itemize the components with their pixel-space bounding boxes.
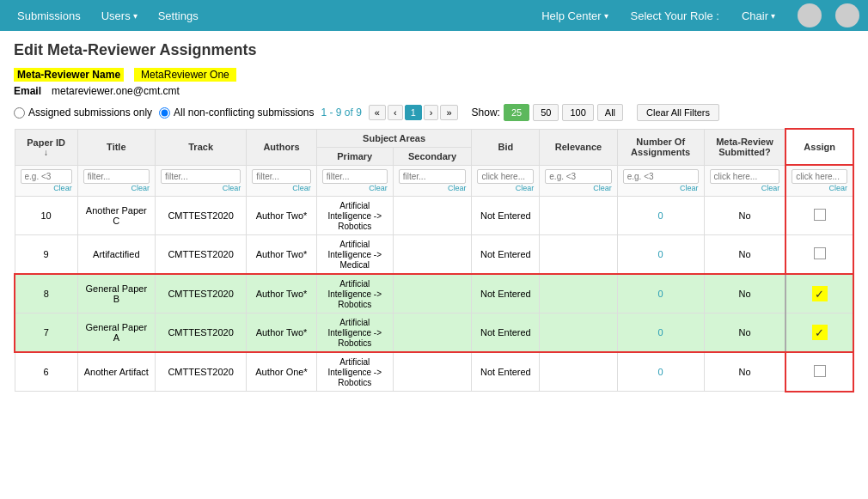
cell-paper-id: 6 [44,367,49,377]
user-avatar [798,3,822,27]
assign-checkbox[interactable] [814,365,826,377]
page-next[interactable]: › [424,105,439,120]
clear-filters-button[interactable]: Clear All Filters [637,104,719,121]
input-authors[interactable] [252,169,311,184]
clear-relevance[interactable]: Clear [545,184,611,192]
input-relevance[interactable] [545,169,611,184]
email-value: metareviewer.one@cmt.cmt [52,85,180,97]
table-row: 9ArtifactifiedCMTTEST2020Author Two*Arti… [15,235,853,275]
cell-track: CMTTEST2020 [168,367,233,377]
filter-row: Assigned submissions only All non-confli… [14,104,854,121]
input-primary[interactable] [322,169,388,184]
cell-authors: Author Two* [256,210,308,221]
cell-authors: Author Two* [256,327,308,338]
cell-paper-id: 8 [44,289,49,299]
assigned-only-label: Assigned submissions only [28,106,152,119]
all-non-conflicting-radio[interactable]: All non-conflicting submissions [159,106,314,119]
cell-bid: Not Entered [480,249,531,259]
cell-primary: Artificial Intelligence -> Robotics [327,318,382,348]
header-secondary: Secondary [393,147,472,165]
assign-checkbox[interactable]: ✓ [812,286,828,301]
show-100[interactable]: 100 [562,104,593,121]
nav-users[interactable]: Users ▾ [93,4,146,27]
filter-assign: Clear [785,165,853,197]
clear-bid[interactable]: Clear [477,184,534,192]
cell-primary: Artificial Intelligence -> Robotics [327,279,382,309]
cell-assignments: 0 [658,289,663,299]
show-25[interactable]: 25 [504,104,529,121]
clear-secondary[interactable]: Clear [399,184,467,192]
filter-secondary: Clear [393,165,472,197]
email-label: Email [14,85,41,97]
cell-bid: Not Entered [480,367,531,377]
input-track[interactable] [161,169,241,184]
cell-title: Another Artifact [84,367,149,377]
filter-relevance: Clear [540,165,617,197]
nav-submissions[interactable]: Submissions [9,4,89,27]
table-wrapper: Paper ID ↓ Title Track Authors Subject A… [14,128,854,393]
assign-checkbox[interactable] [814,247,826,259]
cell-track: CMTTEST2020 [168,327,233,338]
page-prev[interactable]: ‹ [388,105,403,120]
cell-assignments: 0 [658,367,663,377]
cell-meta-review: No [738,367,750,377]
nav-settings[interactable]: Settings [150,4,207,27]
cell-paper-id: 7 [44,327,49,338]
table-row: 7General Paper ACMTTEST2020Author Two*Ar… [15,313,853,353]
header-track: Track [156,129,247,165]
nav-help[interactable]: Help Center ▾ [533,4,616,27]
input-assign[interactable] [792,169,847,184]
cell-meta-review: No [738,327,750,338]
assign-checkbox[interactable]: ✓ [812,325,828,340]
cell-meta-review: No [738,249,750,259]
clear-track[interactable]: Clear [161,184,241,192]
show-label: Show: [472,106,500,119]
all-non-conflicting-label: All non-conflicting submissions [174,106,314,119]
input-meta-review[interactable] [710,169,780,184]
clear-primary[interactable]: Clear [322,184,388,192]
email-row: Email metareviewer.one@cmt.cmt [14,85,854,97]
page-first[interactable]: « [369,105,386,120]
nav-chair[interactable]: Chair ▾ [733,4,784,27]
header-assign: Assign [785,129,853,165]
cell-bid: Not Entered [480,289,531,299]
input-assignments[interactable] [623,169,699,184]
header-authors: Authors [247,129,317,165]
clear-meta-review[interactable]: Clear [710,184,780,192]
input-title[interactable] [83,169,150,184]
cell-title: General Paper B [86,283,148,304]
show-all[interactable]: All [597,104,623,121]
meta-reviewer-value: MetaReviewer One [134,68,236,82]
filter-paper-id: Clear [15,165,77,197]
header-paper-id: Paper ID ↓ [15,129,77,165]
cell-title: General Paper A [86,322,148,343]
cell-assignments: 0 [658,210,663,221]
clear-assignments[interactable]: Clear [623,184,699,192]
chair-caret: ▾ [771,11,775,21]
nav-left: Submissions Users ▾ Settings [9,4,207,27]
input-secondary[interactable] [399,169,467,184]
show-50[interactable]: 50 [533,104,559,121]
clear-assign[interactable]: Clear [792,184,847,192]
assign-checkbox[interactable] [814,209,826,221]
clear-title[interactable]: Clear [83,184,150,192]
assigned-only-radio[interactable]: Assigned submissions only [14,106,152,119]
input-bid[interactable] [477,169,534,184]
page-current[interactable]: 1 [405,105,422,120]
page-last[interactable]: » [440,105,457,120]
clear-paper-id[interactable]: Clear [21,184,72,192]
cell-primary: Artificial Intelligence -> Medical [327,240,382,270]
filter-meta-review: Clear [704,165,785,197]
cell-authors: Author One* [255,367,308,377]
page-title: Edit Meta-Reviewer Assignments [14,41,854,59]
header-relevance: Relevance [540,129,617,165]
main-content: Edit Meta-Reviewer Assignments Meta-Revi… [0,31,868,403]
cell-bid: Not Entered [480,210,531,221]
submissions-count: 1 - 9 of 9 [321,106,361,119]
cell-primary: Artificial Intelligence -> Robotics [327,201,382,231]
input-paper-id[interactable] [21,169,72,184]
clear-authors[interactable]: Clear [252,184,311,192]
header-subject-areas: Subject Areas [316,129,472,147]
meta-reviewer-row: Meta-Reviewer Name MetaReviewer One [14,68,854,82]
cell-meta-review: No [738,289,750,299]
